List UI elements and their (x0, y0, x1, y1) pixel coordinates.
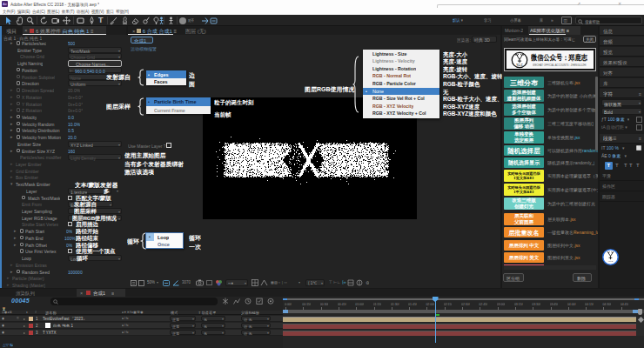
svg-text:Y.L.C: Y.L.C (516, 63, 523, 66)
svg-text:Y.L.C: Y.L.C (608, 260, 614, 263)
